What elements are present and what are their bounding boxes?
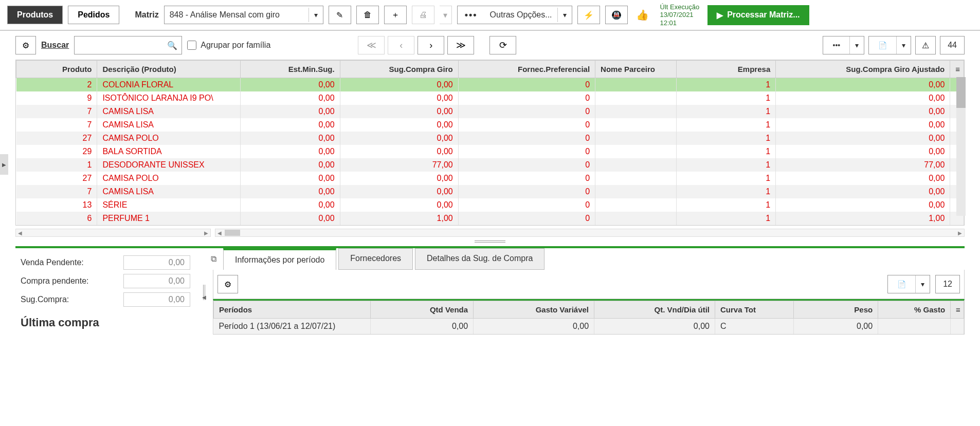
more-actions-dropdown[interactable]: ••• ▾	[823, 36, 864, 54]
cell-empresa: 1	[676, 118, 776, 132]
cell-ajustado: 0,00	[776, 145, 950, 158]
search-input[interactable]	[75, 38, 162, 52]
horizontal-splitter[interactable]	[15, 239, 965, 244]
train-button[interactable]: 🚇	[605, 6, 628, 24]
edit-button[interactable]: ✎	[329, 6, 351, 24]
horizontal-scrollbar-right[interactable]: ◀▶	[215, 229, 965, 237]
col-produto[interactable]: Produto	[16, 61, 97, 78]
bolt-button[interactable]: ⚡	[577, 6, 600, 24]
export-icon: 📄	[869, 36, 896, 54]
cell-empresa: 1	[676, 145, 776, 158]
chevron-down-icon[interactable]: ▾	[915, 275, 930, 293]
export-dropdown[interactable]: 📄 ▾	[868, 36, 911, 54]
nav-last-button[interactable]: ≫	[447, 36, 474, 54]
vertical-scrollbar[interactable]	[956, 77, 966, 216]
cell-sug: 0,00	[340, 145, 458, 158]
cell-est-min: 0,00	[240, 132, 340, 145]
pcol-curva-tot[interactable]: Curva Tot	[715, 301, 793, 319]
add-button[interactable]: ＋	[384, 6, 407, 24]
cell-produto: 6	[16, 212, 97, 225]
cell-nome	[595, 198, 676, 212]
tab-pedidos[interactable]: Pedidos	[68, 6, 119, 24]
cell-sug: 0,00	[340, 118, 458, 132]
table-row[interactable]: 7CAMISA LISA0,000,00010,00	[16, 185, 964, 198]
table-row[interactable]: 1DESODORANTE UNISSEX0,0077,000177,00	[16, 158, 964, 172]
export-icon: 📄	[888, 275, 915, 293]
other-options[interactable]: ••• Outras Opções... ▾	[457, 6, 572, 24]
table-row[interactable]: 7CAMISA LISA0,000,00010,00	[16, 105, 964, 118]
horizontal-scrollbar-left[interactable]: ◀▶	[15, 229, 211, 237]
col-sug-ajustado[interactable]: Sug.Compra Giro Ajustado	[776, 61, 950, 78]
cell-descricao: DESODORANTE UNISSEX	[97, 158, 241, 172]
pcell-periodo: Período 1 (13/06/21 a 12/07/21)	[214, 319, 371, 335]
column-menu-icon[interactable]: ≡	[950, 61, 964, 78]
table-row[interactable]: 27CAMISA POLO0,000,00010,00	[16, 172, 964, 185]
table-row[interactable]: 2COLONIA FLORAL0,000,00010,00	[16, 78, 964, 92]
chevron-down-icon[interactable]: ▾	[896, 36, 911, 54]
cell-sug: 0,00	[340, 185, 458, 198]
pcol-pct-gasto[interactable]: % Gasto	[878, 301, 951, 319]
search-icon[interactable]: 🔍	[162, 38, 183, 53]
period-export-dropdown[interactable]: 📄 ▾	[887, 275, 930, 293]
delete-button[interactable]: 🗑	[356, 6, 379, 24]
refresh-button[interactable]: ⟳	[489, 36, 516, 54]
table-row[interactable]: Período 1 (13/06/21 a 12/07/21)0,000,000…	[214, 319, 964, 335]
chevron-down-icon[interactable]: ▾	[849, 36, 864, 54]
ultima-compra-title: Última compra	[21, 316, 190, 329]
tab-detalhes-sug[interactable]: Detalhes da Sug. de Compra	[415, 248, 545, 270]
cell-nome	[595, 118, 676, 132]
matrix-select[interactable]: 848 - Análise Mensal com giro ▾	[164, 6, 323, 24]
settings-button[interactable]: ⚙	[15, 36, 36, 54]
cell-produto: 7	[16, 185, 97, 198]
period-column-menu-icon[interactable]: ≡	[951, 301, 964, 319]
col-sug-compra-giro[interactable]: Sug.Compra Giro	[340, 61, 458, 78]
alert-button[interactable]: ⚠	[915, 36, 936, 54]
cell-produto: 29	[16, 145, 97, 158]
pcol-qt-vnd-dia[interactable]: Qt. Vnd/Dia útil	[594, 301, 715, 319]
pcell-pct	[878, 319, 951, 335]
thumbs-up-icon[interactable]: 👍	[633, 9, 652, 21]
table-row[interactable]: 13SÉRIE0,000,00010,00	[16, 198, 964, 212]
col-descricao[interactable]: Descrição (Produto)	[97, 61, 241, 78]
cell-fornec: 0	[458, 185, 595, 198]
print-button: 🖨	[412, 6, 434, 24]
pcol-qtd-venda[interactable]: Qtd Venda	[371, 301, 474, 319]
cell-nome	[595, 105, 676, 118]
group-by-family-label: Agrupar por família	[201, 41, 270, 50]
col-nome-parceiro[interactable]: Nome Parceiro	[595, 61, 676, 78]
tab-info-periodo[interactable]: Informações por período	[223, 248, 336, 270]
cell-ajustado: 0,00	[776, 132, 950, 145]
table-row[interactable]: 9ISOTÔNICO LARANJA I9 PO\0,000,00010,00	[16, 91, 964, 105]
col-fornec[interactable]: Fornec.Preferencial	[458, 61, 595, 78]
pcol-periodos[interactable]: Períodos	[214, 301, 371, 319]
group-by-family-checkbox[interactable]	[187, 41, 196, 50]
col-est-min[interactable]: Est.Min.Sug.	[240, 61, 340, 78]
compra-pendente-value: 0,00	[123, 274, 190, 288]
table-row[interactable]: 27CAMISA POLO0,000,00010,00	[16, 132, 964, 145]
pcell-qtd: 0,00	[371, 319, 474, 335]
tab-produtos[interactable]: Produtos	[7, 6, 63, 24]
cell-est-min: 0,00	[240, 145, 340, 158]
cell-fornec: 0	[458, 78, 595, 92]
col-empresa[interactable]: Empresa	[676, 61, 776, 78]
pcell-gasto: 0,00	[474, 319, 594, 335]
period-settings-button[interactable]: ⚙	[217, 275, 238, 293]
chevron-down-icon[interactable]: ▾	[308, 8, 323, 22]
search-toolbar: ⚙ Buscar 🔍 Agrupar por família ≪ ‹ › ≫ ⟳…	[0, 31, 980, 60]
table-row[interactable]: 29BALA SORTIDA0,000,00010,00	[16, 145, 964, 158]
process-matrix-button[interactable]: ▶ Processar Matriz...	[707, 5, 809, 25]
table-row[interactable]: 7CAMISA LISA0,000,00010,00	[16, 118, 964, 132]
pcol-gasto-var[interactable]: Gasto Variável	[474, 301, 594, 319]
nav-next-button[interactable]: ›	[418, 36, 444, 54]
buscar-link[interactable]: Buscar	[41, 41, 69, 50]
matrix-value: 848 - Análise Mensal com giro	[165, 7, 308, 23]
cell-empresa: 1	[676, 132, 776, 145]
pcol-peso[interactable]: Peso	[793, 301, 878, 319]
left-collapse-toggle[interactable]: ▶	[0, 154, 8, 175]
copy-icon[interactable]: ⧉	[211, 254, 216, 264]
cell-nome	[595, 158, 676, 172]
vertical-splitter[interactable]	[201, 248, 208, 337]
table-row[interactable]: 6PERFUME 10,001,00011,00	[16, 212, 964, 225]
chevron-down-icon[interactable]: ▾	[557, 8, 572, 22]
tab-fornecedores[interactable]: Fornecedores	[338, 248, 413, 270]
